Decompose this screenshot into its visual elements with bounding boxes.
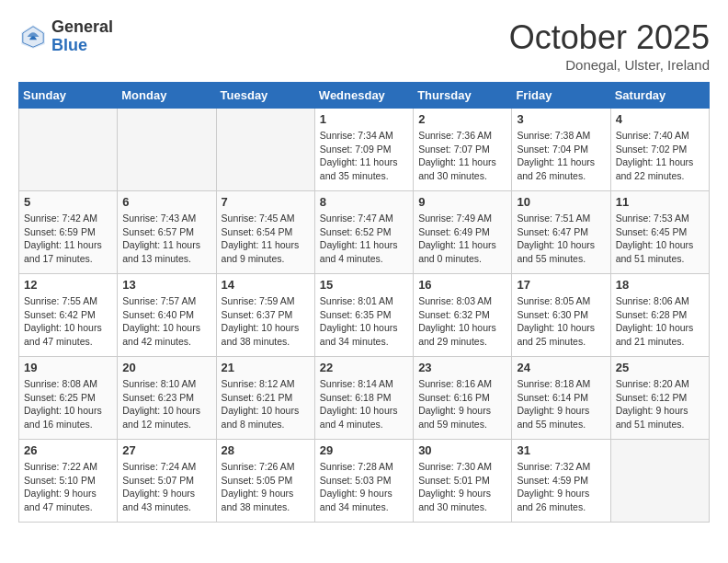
day-cell: 5Sunrise: 7:42 AMSunset: 6:59 PMDaylight… xyxy=(19,191,118,274)
logo-blue: Blue xyxy=(51,37,113,55)
day-number: 14 xyxy=(222,278,310,292)
day-cell: 18Sunrise: 8:06 AMSunset: 6:28 PMDayligh… xyxy=(610,274,709,357)
header-saturday: Saturday xyxy=(610,83,709,109)
day-cell: 24Sunrise: 8:18 AMSunset: 6:14 PMDayligh… xyxy=(512,357,610,440)
day-number: 26 xyxy=(24,443,112,457)
day-cell: 29Sunrise: 7:28 AMSunset: 5:03 PMDayligh… xyxy=(314,440,413,523)
location: Donegal, Ulster, Ireland xyxy=(509,57,710,73)
day-cell: 19Sunrise: 8:08 AMSunset: 6:25 PMDayligh… xyxy=(19,357,118,440)
day-number: 12 xyxy=(24,278,112,292)
day-cell: 25Sunrise: 8:20 AMSunset: 6:12 PMDayligh… xyxy=(610,357,709,440)
day-cell: 15Sunrise: 8:01 AMSunset: 6:35 PMDayligh… xyxy=(314,274,413,357)
day-number: 7 xyxy=(222,195,310,209)
month-title: October 2025 xyxy=(509,18,710,57)
day-cell: 30Sunrise: 7:30 AMSunset: 5:01 PMDayligh… xyxy=(414,440,512,523)
day-info: Sunrise: 8:16 AMSunset: 6:16 PMDaylight:… xyxy=(418,377,506,431)
day-info: Sunrise: 7:24 AMSunset: 5:07 PMDaylight:… xyxy=(122,460,210,514)
week-row-3: 12Sunrise: 7:55 AMSunset: 6:42 PMDayligh… xyxy=(19,274,710,357)
day-number: 13 xyxy=(122,278,210,292)
day-cell: 28Sunrise: 7:26 AMSunset: 5:05 PMDayligh… xyxy=(216,440,314,523)
day-info: Sunrise: 7:36 AMSunset: 7:07 PMDaylight:… xyxy=(418,129,506,183)
day-number: 20 xyxy=(122,361,210,374)
day-info: Sunrise: 7:59 AMSunset: 6:37 PMDaylight:… xyxy=(222,294,310,349)
day-cell: 26Sunrise: 7:22 AMSunset: 5:10 PMDayligh… xyxy=(19,440,118,523)
day-info: Sunrise: 8:03 AMSunset: 6:32 PMDaylight:… xyxy=(418,294,506,349)
day-cell: 7Sunrise: 7:45 AMSunset: 6:54 PMDaylight… xyxy=(216,191,314,274)
day-number: 15 xyxy=(320,278,408,292)
day-info: Sunrise: 8:05 AMSunset: 6:30 PMDaylight:… xyxy=(517,294,605,349)
title-block: October 2025 Donegal, Ulster, Ireland xyxy=(509,18,710,73)
day-info: Sunrise: 7:40 AMSunset: 7:02 PMDaylight:… xyxy=(616,129,704,183)
day-cell xyxy=(216,109,314,191)
day-number: 6 xyxy=(122,195,210,209)
day-cell xyxy=(610,440,709,523)
header-sunday: Sunday xyxy=(19,83,118,109)
day-cell: 16Sunrise: 8:03 AMSunset: 6:32 PMDayligh… xyxy=(414,274,512,357)
page-header: General Blue October 2025 Donegal, Ulste… xyxy=(18,18,710,73)
day-info: Sunrise: 8:08 AMSunset: 6:25 PMDaylight:… xyxy=(24,377,112,431)
day-cell: 1Sunrise: 7:34 AMSunset: 7:09 PMDaylight… xyxy=(314,109,413,191)
header-wednesday: Wednesday xyxy=(314,83,413,109)
day-number: 22 xyxy=(320,361,408,374)
day-info: Sunrise: 7:53 AMSunset: 6:45 PMDaylight:… xyxy=(616,212,704,266)
day-number: 19 xyxy=(24,361,112,374)
day-number: 27 xyxy=(122,443,210,457)
day-cell: 14Sunrise: 7:59 AMSunset: 6:37 PMDayligh… xyxy=(216,274,314,357)
day-number: 17 xyxy=(517,278,605,292)
day-number: 24 xyxy=(517,361,605,374)
day-cell: 21Sunrise: 8:12 AMSunset: 6:21 PMDayligh… xyxy=(216,357,314,440)
day-info: Sunrise: 7:42 AMSunset: 6:59 PMDaylight:… xyxy=(24,212,112,266)
day-info: Sunrise: 7:30 AMSunset: 5:01 PMDaylight:… xyxy=(418,460,506,514)
day-number: 3 xyxy=(517,112,605,126)
day-number: 31 xyxy=(517,443,605,457)
day-info: Sunrise: 7:22 AMSunset: 5:10 PMDaylight:… xyxy=(24,460,112,514)
logo-text: General Blue xyxy=(51,18,113,55)
calendar-table: SundayMondayTuesdayWednesdayThursdayFrid… xyxy=(18,82,710,523)
day-info: Sunrise: 7:57 AMSunset: 6:40 PMDaylight:… xyxy=(122,294,210,349)
day-number: 29 xyxy=(320,443,408,457)
day-number: 8 xyxy=(320,195,408,209)
day-cell: 10Sunrise: 7:51 AMSunset: 6:47 PMDayligh… xyxy=(512,191,610,274)
day-number: 16 xyxy=(418,278,506,292)
day-number: 10 xyxy=(517,195,605,209)
week-row-5: 26Sunrise: 7:22 AMSunset: 5:10 PMDayligh… xyxy=(19,440,710,523)
week-row-4: 19Sunrise: 8:08 AMSunset: 6:25 PMDayligh… xyxy=(19,357,710,440)
day-number: 5 xyxy=(24,195,112,209)
day-cell: 4Sunrise: 7:40 AMSunset: 7:02 PMDaylight… xyxy=(610,109,709,191)
day-info: Sunrise: 7:45 AMSunset: 6:54 PMDaylight:… xyxy=(222,212,310,266)
day-info: Sunrise: 7:38 AMSunset: 7:04 PMDaylight:… xyxy=(517,129,605,183)
day-info: Sunrise: 7:34 AMSunset: 7:09 PMDaylight:… xyxy=(320,129,408,183)
day-cell: 12Sunrise: 7:55 AMSunset: 6:42 PMDayligh… xyxy=(19,274,118,357)
day-cell: 31Sunrise: 7:32 AMSunset: 4:59 PMDayligh… xyxy=(512,440,610,523)
day-info: Sunrise: 7:49 AMSunset: 6:49 PMDaylight:… xyxy=(418,212,506,266)
day-info: Sunrise: 7:32 AMSunset: 4:59 PMDaylight:… xyxy=(517,460,605,514)
day-cell xyxy=(19,109,118,191)
logo-icon xyxy=(18,22,48,52)
day-number: 28 xyxy=(222,443,310,457)
day-cell: 27Sunrise: 7:24 AMSunset: 5:07 PMDayligh… xyxy=(118,440,216,523)
day-number: 4 xyxy=(616,112,704,126)
logo-general: General xyxy=(51,18,113,37)
day-number: 30 xyxy=(418,443,506,457)
day-cell: 11Sunrise: 7:53 AMSunset: 6:45 PMDayligh… xyxy=(610,191,709,274)
day-cell: 13Sunrise: 7:57 AMSunset: 6:40 PMDayligh… xyxy=(118,274,216,357)
week-row-1: 1Sunrise: 7:34 AMSunset: 7:09 PMDaylight… xyxy=(19,109,710,191)
week-row-2: 5Sunrise: 7:42 AMSunset: 6:59 PMDaylight… xyxy=(19,191,710,274)
day-number: 23 xyxy=(418,361,506,374)
day-cell: 6Sunrise: 7:43 AMSunset: 6:57 PMDaylight… xyxy=(118,191,216,274)
day-info: Sunrise: 7:47 AMSunset: 6:52 PMDaylight:… xyxy=(320,212,408,266)
day-cell: 22Sunrise: 8:14 AMSunset: 6:18 PMDayligh… xyxy=(314,357,413,440)
header-friday: Friday xyxy=(512,83,610,109)
header-monday: Monday xyxy=(118,83,216,109)
day-number: 18 xyxy=(616,278,704,292)
day-cell: 8Sunrise: 7:47 AMSunset: 6:52 PMDaylight… xyxy=(314,191,413,274)
logo: General Blue xyxy=(18,18,113,55)
day-info: Sunrise: 8:01 AMSunset: 6:35 PMDaylight:… xyxy=(320,294,408,349)
day-cell: 2Sunrise: 7:36 AMSunset: 7:07 PMDaylight… xyxy=(414,109,512,191)
day-info: Sunrise: 7:43 AMSunset: 6:57 PMDaylight:… xyxy=(122,212,210,266)
day-info: Sunrise: 8:18 AMSunset: 6:14 PMDaylight:… xyxy=(517,377,605,431)
day-cell: 17Sunrise: 8:05 AMSunset: 6:30 PMDayligh… xyxy=(512,274,610,357)
day-number: 1 xyxy=(320,112,408,126)
day-info: Sunrise: 8:06 AMSunset: 6:28 PMDaylight:… xyxy=(616,294,704,349)
day-cell: 9Sunrise: 7:49 AMSunset: 6:49 PMDaylight… xyxy=(414,191,512,274)
